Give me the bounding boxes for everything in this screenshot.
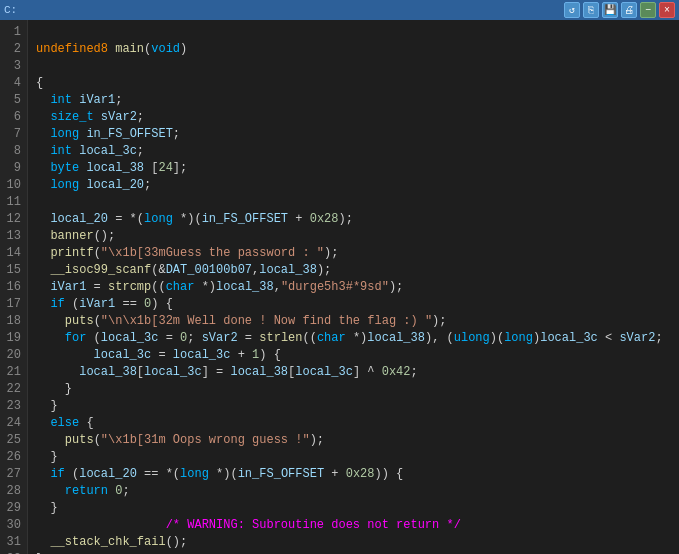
code-line-19: for (local_3c = 0; sVar2 = strlen((char … bbox=[36, 330, 671, 347]
code-line-9: byte local_38 [24]; bbox=[36, 160, 671, 177]
close-button[interactable]: × bbox=[659, 2, 675, 18]
code-line-8: int local_3c; bbox=[36, 143, 671, 160]
code-line-6: size_t sVar2; bbox=[36, 109, 671, 126]
code-line-13: banner(); bbox=[36, 228, 671, 245]
code-line-27: if (local_20 == *(long *)(in_FS_OFFSET +… bbox=[36, 466, 671, 483]
code-line-4: { bbox=[36, 75, 671, 92]
code-line-23: } bbox=[36, 398, 671, 415]
save-button[interactable]: 💾 bbox=[602, 2, 618, 18]
code-line-16: iVar1 = strcmp((char *)local_38,"durge5h… bbox=[36, 279, 671, 296]
code-line-1 bbox=[36, 24, 671, 41]
code-line-28: return 0; bbox=[36, 483, 671, 500]
title-bar-controls: ↺ ⎘ 💾 🖨 − × bbox=[564, 2, 675, 18]
code-line-3 bbox=[36, 58, 671, 75]
minimize-button[interactable]: − bbox=[640, 2, 656, 18]
print-button[interactable]: 🖨 bbox=[621, 2, 637, 18]
code-line-14: printf("\x1b[33mGuess the password : "); bbox=[36, 245, 671, 262]
code-line-17: if (iVar1 == 0) { bbox=[36, 296, 671, 313]
app-icon: C: bbox=[4, 4, 17, 16]
copy-button[interactable]: ⎘ bbox=[583, 2, 599, 18]
code-line-22: } bbox=[36, 381, 671, 398]
code-line-7: long in_FS_OFFSET; bbox=[36, 126, 671, 143]
code-line-25: puts("\x1b[31m Oops wrong guess !"); bbox=[36, 432, 671, 449]
code-line-24: else { bbox=[36, 415, 671, 432]
code-content[interactable]: undefined8 main(void){ int iVar1; size_t… bbox=[28, 20, 679, 554]
code-line-30: /* WARNING: Subroutine does not return *… bbox=[36, 517, 671, 534]
code-line-18: puts("\n\x1b[32m Well done ! Now find th… bbox=[36, 313, 671, 330]
code-line-5: int iVar1; bbox=[36, 92, 671, 109]
refresh-button[interactable]: ↺ bbox=[564, 2, 580, 18]
code-line-20: local_3c = local_3c + 1) { bbox=[36, 347, 671, 364]
code-line-21: local_38[local_3c] = local_38[local_3c] … bbox=[36, 364, 671, 381]
code-line-2: undefined8 main(void) bbox=[36, 41, 671, 58]
code-area: 1234567891011121314151617181920212223242… bbox=[0, 20, 679, 554]
code-line-15: __isoc99_scanf(&DAT_00100b07,local_38); bbox=[36, 262, 671, 279]
code-line-10: long local_20; bbox=[36, 177, 671, 194]
code-line-26: } bbox=[36, 449, 671, 466]
code-line-11 bbox=[36, 194, 671, 211]
title-bar-left: C: bbox=[4, 4, 21, 16]
line-numbers: 1234567891011121314151617181920212223242… bbox=[0, 20, 28, 554]
code-line-29: } bbox=[36, 500, 671, 517]
code-line-12: local_20 = *(long *)(in_FS_OFFSET + 0x28… bbox=[36, 211, 671, 228]
code-line-31: __stack_chk_fail(); bbox=[36, 534, 671, 551]
title-bar: C: ↺ ⎘ 💾 🖨 − × bbox=[0, 0, 679, 20]
